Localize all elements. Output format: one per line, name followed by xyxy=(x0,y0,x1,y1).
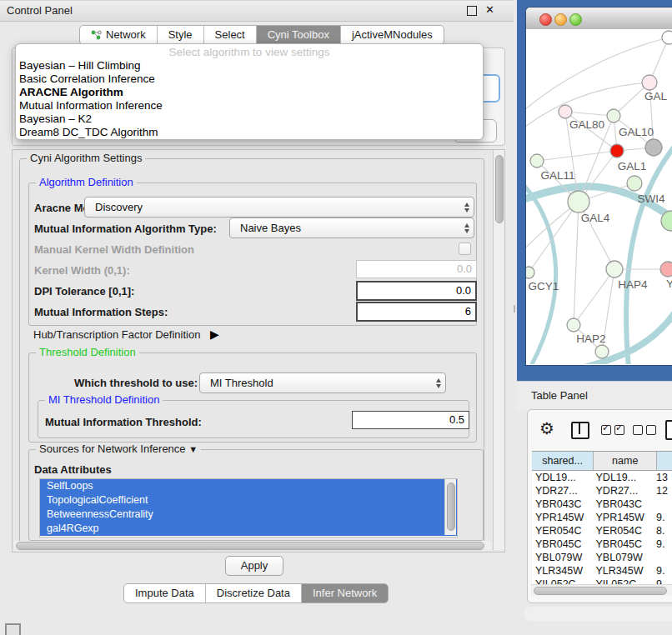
table-row[interactable]: YDL19...YDL19...13 xyxy=(532,471,672,484)
algorithm-definition-legend: Algorithm Definition xyxy=(36,176,137,188)
deselect-all-checkbox-icon[interactable] xyxy=(646,425,656,435)
tab-discretize-data[interactable]: Discretize Data xyxy=(205,584,301,602)
stepper-arrows-icon xyxy=(460,218,474,238)
network-node[interactable] xyxy=(610,144,624,158)
network-node[interactable] xyxy=(526,267,534,278)
mi-threshold-field[interactable]: 0.5 xyxy=(352,411,469,429)
table-cell: YBL079W xyxy=(593,551,654,564)
column-header[interactable]: shared... xyxy=(532,452,594,470)
aracne-mode-combo[interactable]: Discovery xyxy=(84,197,474,218)
table-cell: YLR345W xyxy=(593,564,654,578)
collapse-arrow-icon[interactable]: ▼ xyxy=(188,444,198,454)
mi-threshold-label: Mutual Information Threshold: xyxy=(45,416,202,428)
algorithm-dropdown[interactable]: Select algorithm to view settings Bayesi… xyxy=(15,43,484,140)
tab-infer-network[interactable]: Infer Network xyxy=(301,584,388,602)
network-node[interactable] xyxy=(627,176,642,191)
tab-select[interactable]: Select xyxy=(203,26,256,44)
show-columns-icon[interactable] xyxy=(571,422,589,439)
table-row[interactable]: YBR043CYBR043C xyxy=(532,498,672,511)
table-cell: 9. xyxy=(654,564,672,578)
close-traffic-light-icon[interactable] xyxy=(539,13,552,26)
select-all-checkbox-icon[interactable] xyxy=(614,425,624,435)
network-view-window[interactable]: GALGAL80GAL10GAL1GAL11SWI4GAL4GCY1HAP4YH… xyxy=(525,7,672,366)
scrollbar-thumb[interactable] xyxy=(495,155,504,223)
expand-arrow-icon[interactable]: ▶ xyxy=(210,328,219,341)
network-node[interactable] xyxy=(607,109,620,122)
close-icon[interactable]: ✕ xyxy=(485,3,494,16)
table-panel-card: ⚙ shared...name YDL19...YDL19...13YDR27.… xyxy=(527,409,672,603)
attribute-item[interactable]: TopologicalCoefficient xyxy=(40,493,457,508)
algorithm-option[interactable]: Bayesian – Hill Climbing xyxy=(16,59,483,72)
network-node[interactable] xyxy=(645,139,662,156)
hub-definition-toggle[interactable]: Hub/Transcription Factor Definition ▶ xyxy=(33,328,219,341)
network-node[interactable] xyxy=(530,154,544,168)
attribute-item[interactable]: SelfLoops xyxy=(40,479,457,493)
list-scrollbar[interactable] xyxy=(444,479,456,535)
network-window-titlebar[interactable] xyxy=(526,8,672,30)
algorithm-option[interactable]: ARACNE Algorithm xyxy=(16,86,483,99)
algorithm-option[interactable]: Mutual Information Inference xyxy=(16,99,483,112)
table-cell: YDL19... xyxy=(532,471,593,484)
network-node[interactable] xyxy=(662,31,672,44)
table-row[interactable]: YLR345WYLR345W9. xyxy=(532,564,672,578)
mi-type-combo[interactable]: Naive Bayes xyxy=(229,218,474,238)
dpi-tolerance-label: DPI Tolerance [0,1]: xyxy=(34,285,134,298)
table-cell: YER054C xyxy=(532,524,593,538)
table-row[interactable]: YDR27...YDR27...12 xyxy=(532,484,672,498)
data-attributes-list[interactable]: SelfLoopsTopologicalCoefficientBetweenne… xyxy=(39,478,458,538)
export-table-icon[interactable] xyxy=(665,420,672,440)
table-cell: YDR27... xyxy=(593,484,654,498)
table-row[interactable]: YPR145WYPR145W9. xyxy=(532,511,672,524)
network-node[interactable] xyxy=(642,75,657,90)
tab-style[interactable]: Style xyxy=(157,26,203,44)
settings-gear-icon[interactable]: ⚙ xyxy=(539,418,554,438)
minimize-traffic-light-icon[interactable] xyxy=(554,13,567,26)
apply-button[interactable]: Apply xyxy=(225,556,283,576)
table-row[interactable]: YBL079WYBL079W xyxy=(532,551,672,564)
column-header[interactable]: name xyxy=(594,452,657,470)
tab-impute-data[interactable]: Impute Data xyxy=(124,584,205,602)
settings-vertical-scrollbar[interactable] xyxy=(493,150,504,550)
settings-horizontal-scrollbar[interactable] xyxy=(14,541,491,550)
network-node[interactable] xyxy=(567,318,580,332)
network-node[interactable] xyxy=(568,191,589,212)
tab-cyni-toolbox[interactable]: Cyni Toolbox xyxy=(256,26,340,44)
table-cell: 8. xyxy=(654,524,672,538)
column-header[interactable] xyxy=(657,452,672,470)
tab-network[interactable]: Network xyxy=(80,26,157,44)
which-threshold-combo[interactable]: MI Threshold xyxy=(199,372,446,393)
scrollbar-thumb[interactable] xyxy=(534,587,667,595)
kernel-width-field[interactable]: 0.0 xyxy=(356,260,477,278)
float-window-icon[interactable] xyxy=(467,6,477,16)
node-label: GCY1 xyxy=(529,280,559,292)
algorithm-option[interactable]: Dream8 DC_TDC Algorithm xyxy=(16,126,483,139)
dpi-tolerance-field[interactable]: 0.0 xyxy=(356,281,477,301)
scrollbar-thumb[interactable] xyxy=(447,482,455,531)
table-horizontal-scrollbar[interactable] xyxy=(531,584,672,596)
manual-kernel-checkbox[interactable] xyxy=(459,242,471,255)
network-node[interactable] xyxy=(595,345,609,358)
attribute-item[interactable]: BetweennessCentrality xyxy=(40,508,457,522)
minimized-panel-icon[interactable] xyxy=(5,623,21,635)
table-row[interactable]: YBR045CYBR045C9. xyxy=(532,538,672,551)
network-edge xyxy=(574,269,614,325)
table-row[interactable]: YER054CYER054C8. xyxy=(532,524,672,538)
attribute-item[interactable]: gal4RGexp xyxy=(40,522,457,536)
select-all-checkbox-icon[interactable] xyxy=(601,425,611,435)
sources-legend[interactable]: Sources for Network Inference ▼ xyxy=(36,442,201,455)
scrollbar-thumb[interactable] xyxy=(16,542,484,550)
tab-jactivemnodules[interactable]: jActiveMNodules xyxy=(340,26,444,44)
mi-steps-field[interactable]: 6 xyxy=(356,302,477,322)
table-header-row[interactable]: shared...name xyxy=(532,451,672,471)
node-label: HAP2 xyxy=(576,332,605,345)
zoom-traffic-light-icon[interactable] xyxy=(569,13,582,26)
network-node[interactable] xyxy=(559,105,572,118)
algorithm-option[interactable]: Bayesian – K2 xyxy=(16,112,483,126)
algorithm-option[interactable]: Basic Correlation Inference xyxy=(16,72,483,86)
deselect-all-checkbox-icon[interactable] xyxy=(633,425,643,435)
table-cell: YDL19... xyxy=(593,471,654,484)
network-node[interactable] xyxy=(606,261,623,278)
network-node[interactable] xyxy=(660,262,672,277)
network-canvas[interactable]: GALGAL80GAL10GAL1GAL11SWI4GAL4GCY1HAP4YH… xyxy=(526,29,672,364)
sources-group: Sources for Network Inference ▼ Data Att… xyxy=(28,449,484,541)
